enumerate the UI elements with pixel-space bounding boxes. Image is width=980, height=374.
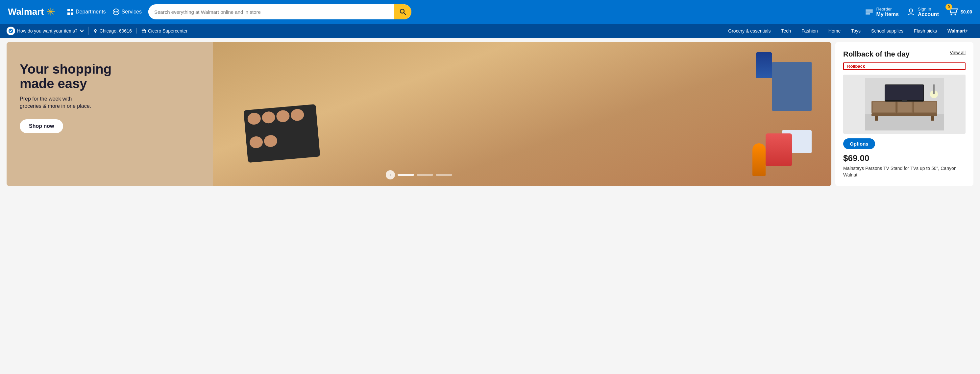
reorder-button[interactable]: Reorder My Items bbox=[865, 6, 899, 17]
delivery-options-button[interactable]: How do you want your items? bbox=[6, 27, 89, 35]
orange-bottle-decoration bbox=[752, 143, 765, 176]
svg-rect-0 bbox=[67, 9, 70, 11]
walmart-spark-icon: ✳ bbox=[46, 6, 55, 18]
svg-rect-33 bbox=[902, 100, 907, 102]
search-button[interactable] bbox=[394, 4, 411, 19]
grocery-scene-bg bbox=[213, 42, 831, 186]
delivery-circle-icon bbox=[8, 28, 13, 33]
cart-price-label: $0.00 bbox=[961, 9, 972, 14]
carousel-dot-3[interactable] bbox=[436, 174, 452, 176]
grid-icon bbox=[67, 8, 74, 15]
svg-point-6 bbox=[115, 11, 117, 13]
hero-text-content: Your shoppingmade easy Prep for the week… bbox=[6, 42, 125, 153]
search-bar bbox=[148, 4, 411, 19]
location-text: Chicago, 60616 bbox=[100, 28, 132, 33]
rollback-header: Rollback of the day View all bbox=[843, 50, 966, 59]
cart-count-badge: 0 bbox=[945, 4, 952, 10]
logo-area: Walmart ✳ bbox=[8, 6, 60, 18]
hero-image-area bbox=[213, 42, 831, 186]
carrier-bag-decoration bbox=[772, 62, 811, 111]
secondary-nav: How do you want your items? Chicago, 606… bbox=[0, 24, 980, 38]
svg-point-15 bbox=[955, 13, 956, 15]
svg-rect-26 bbox=[896, 101, 897, 113]
product-name: Mainstays Parsons TV Stand for TVs up to… bbox=[843, 165, 966, 178]
signin-main-label: Account bbox=[918, 11, 939, 17]
rollback-panel: Rollback of the day View all Rollback bbox=[835, 42, 974, 186]
departments-label: Departments bbox=[76, 9, 106, 15]
category-toys[interactable]: Toys bbox=[846, 28, 866, 33]
svg-rect-10 bbox=[865, 10, 873, 11]
search-input[interactable] bbox=[148, 9, 394, 15]
services-button[interactable]: Services bbox=[113, 8, 142, 16]
reorder-main-label: My Items bbox=[876, 11, 899, 17]
delivery-label: How do you want your items? bbox=[17, 28, 78, 33]
location-info: Chicago, 60616 bbox=[89, 28, 137, 33]
category-tech[interactable]: Tech bbox=[776, 28, 796, 33]
svg-rect-24 bbox=[931, 116, 934, 120]
svg-rect-27 bbox=[913, 101, 913, 113]
services-label: Services bbox=[122, 9, 142, 15]
account-icon bbox=[907, 8, 915, 16]
main-content: Your shoppingmade easy Prep for the week… bbox=[0, 38, 980, 190]
svg-rect-1 bbox=[71, 9, 73, 11]
nav-actions: Reorder My Items Sign In Account 0 bbox=[865, 6, 972, 18]
cookie-tray-decoration bbox=[243, 104, 320, 163]
product-image-container bbox=[843, 74, 966, 134]
carousel-pause-button[interactable]: ⏸ bbox=[386, 170, 395, 179]
search-icon bbox=[399, 8, 406, 16]
rollback-badge: Rollback bbox=[843, 62, 966, 70]
location-pin-icon bbox=[93, 29, 98, 33]
svg-rect-29 bbox=[898, 102, 912, 113]
svg-point-13 bbox=[909, 9, 913, 12]
chevron-down-icon bbox=[80, 29, 84, 33]
svg-rect-18 bbox=[142, 30, 145, 33]
rollback-title: Rollback of the day bbox=[843, 50, 910, 59]
tv-stand-scene bbox=[843, 74, 966, 134]
category-grocery[interactable]: Grocery & essentials bbox=[723, 28, 776, 33]
carousel-indicators: ⏸ bbox=[386, 170, 452, 179]
svg-rect-12 bbox=[865, 13, 870, 14]
svg-rect-32 bbox=[885, 85, 923, 100]
services-icon bbox=[113, 8, 120, 16]
carousel-dot-1[interactable] bbox=[398, 174, 414, 176]
top-nav: Walmart ✳ Departments Services bbox=[0, 0, 980, 24]
shop-now-button[interactable]: Shop now bbox=[20, 119, 63, 133]
signin-sub-label: Sign In bbox=[918, 6, 939, 11]
svg-rect-28 bbox=[873, 102, 895, 113]
category-school-supplies[interactable]: School supplies bbox=[866, 28, 908, 33]
svg-rect-30 bbox=[914, 102, 936, 113]
wipes-pack-decoration bbox=[765, 133, 792, 166]
reorder-sub-label: Reorder bbox=[876, 6, 899, 11]
svg-line-9 bbox=[404, 13, 406, 15]
carousel-dot-2[interactable] bbox=[417, 174, 433, 176]
category-home[interactable]: Home bbox=[823, 28, 846, 33]
reorder-icon bbox=[865, 8, 873, 16]
svg-rect-2 bbox=[67, 13, 70, 15]
walmart-logo-text: Walmart bbox=[8, 6, 44, 17]
category-walmart-plus[interactable]: Walmart+ bbox=[942, 28, 974, 33]
soda-can-decoration bbox=[756, 52, 772, 78]
svg-point-7 bbox=[117, 11, 118, 13]
store-info: Cicero Supercenter bbox=[137, 28, 192, 33]
departments-button[interactable]: Departments bbox=[67, 8, 106, 15]
svg-rect-11 bbox=[865, 11, 873, 13]
svg-rect-23 bbox=[875, 116, 878, 120]
store-text: Cicero Supercenter bbox=[148, 28, 188, 33]
hero-subtitle: Prep for the week withgroceries & more i… bbox=[20, 95, 111, 110]
category-flash-picks[interactable]: Flash picks bbox=[908, 28, 942, 33]
store-icon bbox=[142, 29, 146, 33]
options-button[interactable]: Options bbox=[843, 138, 875, 149]
hero-banner: Your shoppingmade easy Prep for the week… bbox=[6, 42, 831, 186]
product-price: $69.00 bbox=[843, 153, 966, 163]
svg-point-14 bbox=[950, 13, 952, 15]
category-links: Grocery & essentials Tech Fashion Home T… bbox=[723, 28, 974, 33]
svg-point-5 bbox=[114, 11, 115, 13]
view-all-button[interactable]: View all bbox=[950, 50, 966, 55]
tv-stand-illustration bbox=[865, 78, 944, 130]
cart-button[interactable]: 0 $0.00 bbox=[947, 6, 972, 18]
category-fashion[interactable]: Fashion bbox=[796, 28, 823, 33]
signin-button[interactable]: Sign In Account bbox=[907, 6, 939, 17]
svg-rect-35 bbox=[933, 84, 935, 94]
svg-rect-22 bbox=[872, 113, 937, 116]
svg-rect-3 bbox=[71, 13, 73, 15]
